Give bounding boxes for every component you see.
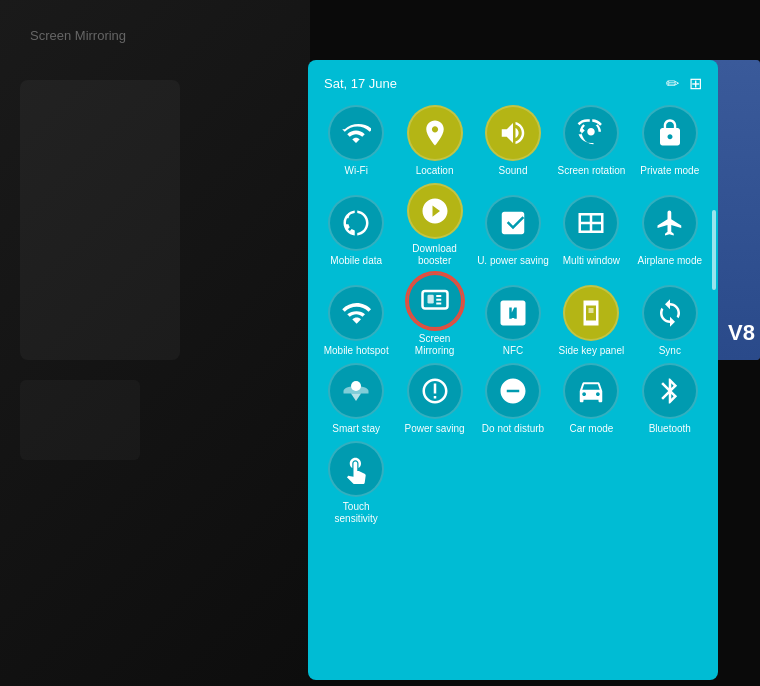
qs-icon-sound (485, 105, 541, 161)
qs-item-u-power-saving[interactable]: U. power saving (477, 183, 549, 267)
qs-label-sync: Sync (659, 345, 681, 357)
qs-icon-side-key-panel (563, 285, 619, 341)
phone-scrollbar (712, 210, 716, 290)
qs-icon-sync (642, 285, 698, 341)
qs-label-side-key-panel: Side key panel (559, 345, 625, 357)
header-date: Sat, 17 June (324, 76, 397, 91)
qs-label-u-power-saving: U. power saving (477, 255, 549, 267)
qs-label-power-saving: Power saving (405, 423, 465, 435)
qs-label-touch-sensitivity: Touch sensitivity (320, 501, 392, 525)
bg-left-panel: Screen Mirroring (0, 0, 310, 686)
qs-icon-mobile-hotspot (328, 285, 384, 341)
svg-rect-2 (589, 308, 594, 313)
qs-label-download-booster: Download booster (398, 243, 470, 267)
qs-icon-u-power-saving (485, 195, 541, 251)
qs-icon-touch-sensitivity (328, 441, 384, 497)
qs-label-do-not-disturb: Do not disturb (482, 423, 544, 435)
qs-icon-car-mode (563, 363, 619, 419)
phone-header: Sat, 17 June ✏ ⊞ (316, 70, 710, 101)
qs-icon-download-booster (407, 183, 463, 239)
qs-icon-multi-window (563, 195, 619, 251)
qs-label-bluetooth: Bluetooth (649, 423, 691, 435)
qs-label-car-mode: Car mode (569, 423, 613, 435)
qs-label-sound: Sound (499, 165, 528, 177)
qs-label-private-mode: Private mode (640, 165, 699, 177)
qs-item-sync[interactable]: Sync (634, 273, 706, 357)
qs-label-location: Location (416, 165, 454, 177)
qs-icon-bluetooth (642, 363, 698, 419)
svg-rect-1 (427, 295, 433, 304)
qs-item-sound[interactable]: Sound (477, 105, 549, 177)
qs-item-nfc[interactable]: NFC (477, 273, 549, 357)
v8-label: V8 (728, 320, 755, 346)
qs-item-smart-stay[interactable]: Smart stay (320, 363, 392, 435)
qs-item-private-mode[interactable]: Private mode (634, 105, 706, 177)
qs-item-multi-window[interactable]: Multi window (555, 183, 627, 267)
qs-item-screen-mirroring[interactable]: Screen Mirroring (398, 273, 470, 357)
bg-screen-mirroring-label: Screen Mirroring (30, 28, 126, 43)
svg-rect-0 (422, 291, 447, 309)
qs-label-screen-mirroring: Screen Mirroring (398, 333, 470, 357)
qs-icon-smart-stay (328, 363, 384, 419)
qs-item-mobile-hotspot[interactable]: Mobile hotspot (320, 273, 392, 357)
qs-label-multi-window: Multi window (563, 255, 620, 267)
qs-icon-power-saving (407, 363, 463, 419)
header-icons: ✏ ⊞ (666, 74, 702, 93)
phone-screen: Sat, 17 June ✏ ⊞ Wi-Fi Location Sound Sc… (308, 60, 718, 680)
qs-icon-nfc (485, 285, 541, 341)
pencil-icon: ✏ (666, 74, 679, 93)
qs-item-do-not-disturb[interactable]: Do not disturb (477, 363, 549, 435)
qs-item-power-saving[interactable]: Power saving (398, 363, 470, 435)
qs-label-airplane-mode: Airplane mode (638, 255, 702, 267)
qs-item-touch-sensitivity[interactable]: Touch sensitivity (320, 441, 392, 525)
qs-icon-screen-mirroring (407, 273, 463, 329)
qs-icon-do-not-disturb (485, 363, 541, 419)
qs-label-smart-stay: Smart stay (332, 423, 380, 435)
qs-item-bluetooth[interactable]: Bluetooth (634, 363, 706, 435)
qs-label-nfc: NFC (503, 345, 524, 357)
qs-icon-mobile-data (328, 195, 384, 251)
qs-item-download-booster[interactable]: Download booster (398, 183, 470, 267)
qs-item-car-mode[interactable]: Car mode (555, 363, 627, 435)
grid-icon: ⊞ (689, 74, 702, 93)
qs-icon-airplane-mode (642, 195, 698, 251)
qs-label-mobile-data: Mobile data (330, 255, 382, 267)
qs-icon-screen-rotation (563, 105, 619, 161)
qs-item-wifi[interactable]: Wi-Fi (320, 105, 392, 177)
qs-label-screen-rotation: Screen rotation (557, 165, 625, 177)
qs-item-screen-rotation[interactable]: Screen rotation (555, 105, 627, 177)
qs-label-wifi: Wi-Fi (345, 165, 368, 177)
qs-icon-wifi (328, 105, 384, 161)
qs-item-side-key-panel[interactable]: Side key panel (555, 273, 627, 357)
qs-item-mobile-data[interactable]: Mobile data (320, 183, 392, 267)
qs-icon-private-mode (642, 105, 698, 161)
qs-item-airplane-mode[interactable]: Airplane mode (634, 183, 706, 267)
qs-label-mobile-hotspot: Mobile hotspot (324, 345, 389, 357)
qs-icon-location (407, 105, 463, 161)
quick-settings-grid: Wi-Fi Location Sound Screen rotation Pri… (316, 101, 710, 529)
qs-item-location[interactable]: Location (398, 105, 470, 177)
